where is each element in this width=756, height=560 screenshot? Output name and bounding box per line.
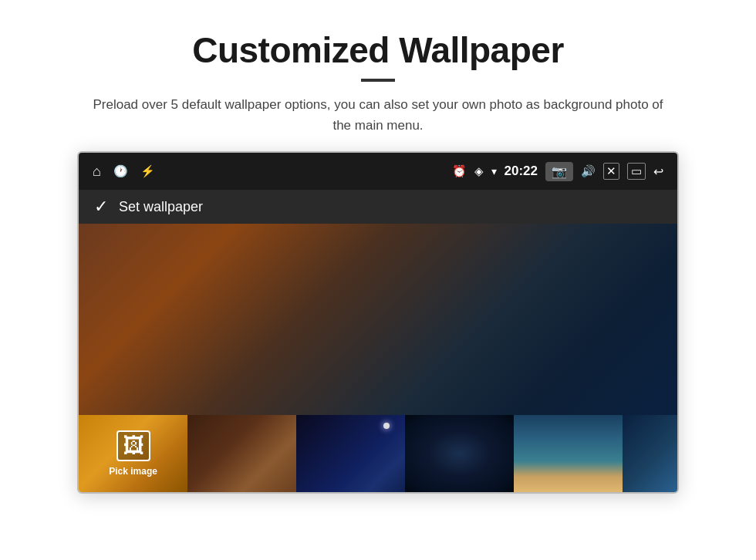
back-icon[interactable]: ↩ [653,164,663,179]
camera-icon[interactable]: 📷 [545,162,573,181]
wallpaper-thumb-5[interactable] [623,415,679,492]
pick-image-icon: 🖼 [116,430,150,461]
device-frame: ⌂ 🕐 ⚡ ⏰ ◈ ▾ 20:22 📷 🔊 ✕ ▭ ↩ ✓ Set wallpa… [77,151,679,494]
action-bar: ✓ Set wallpaper [79,190,677,224]
wifi-icon: ▾ [491,165,497,178]
title-divider [361,79,395,82]
clock-icon: 🕐 [113,164,128,178]
window-icon[interactable]: ▭ [627,163,646,180]
confirm-check-icon[interactable]: ✓ [94,197,108,217]
status-time: 20:22 [505,164,538,179]
status-bar: ⌂ 🕐 ⚡ ⏰ ◈ ▾ 20:22 📷 🔊 ✕ ▭ ↩ [79,153,677,190]
volume-icon[interactable]: 🔊 [581,164,596,178]
status-left-icons: ⌂ 🕐 ⚡ [93,164,155,180]
wallpaper-thumb-1[interactable] [187,415,296,492]
set-wallpaper-label: Set wallpaper [119,199,203,215]
status-right-icons: ⏰ ◈ ▾ 20:22 📷 🔊 ✕ ▭ ↩ [452,162,663,181]
thumbnail-strip: 🖼 Pick image [79,415,677,492]
page-subtitle: Preload over 5 default wallpaper options… [85,94,671,136]
wallpaper-preview [79,224,677,415]
alarm-icon: ⏰ [452,164,467,178]
wallpaper-thumb-4[interactable] [514,415,623,492]
wallpaper-thumb-2[interactable] [296,415,405,492]
pick-image-label: Pick image [109,466,157,477]
usb-icon: ⚡ [140,164,155,178]
home-icon[interactable]: ⌂ [93,164,101,180]
pick-image-button[interactable]: 🖼 Pick image [79,415,187,492]
close-icon[interactable]: ✕ [603,163,619,180]
page-title: Customized Wallpaper [192,29,564,71]
location-icon: ◈ [474,164,484,178]
wallpaper-thumb-3[interactable] [405,415,514,492]
